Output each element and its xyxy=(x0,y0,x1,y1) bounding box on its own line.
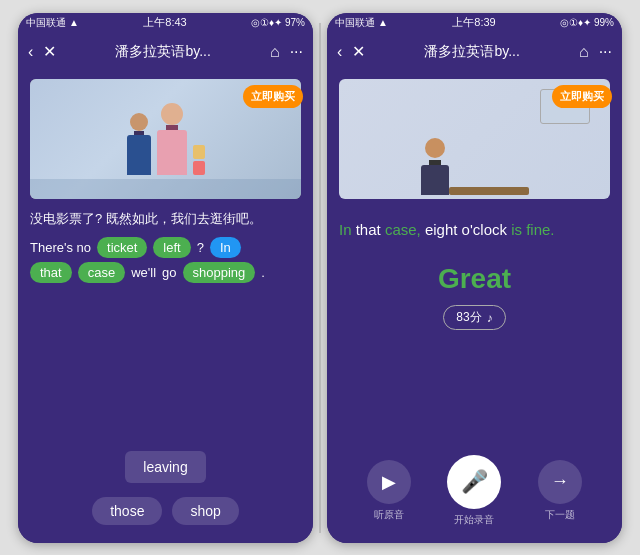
word-row-2: that case we'll go shopping . xyxy=(30,262,301,283)
mic-icon: 🎤 xyxy=(461,469,488,495)
wifi-icon-1: ▲ xyxy=(69,17,79,28)
nav-title-2: 潘多拉英语by... xyxy=(424,43,519,61)
static-period: . xyxy=(261,265,265,280)
pill-case[interactable]: case xyxy=(78,262,125,283)
play-icon: ▶ xyxy=(382,471,396,493)
chinese-text-1: 没电影票了? 既然如此，我们去逛街吧。 xyxy=(30,209,301,230)
nav-bar-1: ‹ ✕ 潘多拉英语by... ⌂ ··· xyxy=(18,33,313,71)
status-bar-1: 中国联通 ▲ 上午8:43 ◎①♦✦ 97% xyxy=(18,13,313,33)
carrier-2: 中国联通 xyxy=(335,16,375,30)
sentence-part5: is fine. xyxy=(507,221,555,238)
office-figures xyxy=(421,138,449,195)
content-2: 立即购买 In that case, eight o'clock is fine… xyxy=(327,71,622,543)
play-label: 听原音 xyxy=(374,508,404,522)
status-left-1: 中国联通 ▲ xyxy=(26,16,79,30)
mic-button[interactable]: 🎤 xyxy=(447,455,501,509)
more-button-1[interactable]: ··· xyxy=(290,43,303,61)
status-bar-2: 中国联通 ▲ 上午8:39 ◎①♦✦ 99% xyxy=(327,13,622,33)
pill-ticket[interactable]: ticket xyxy=(97,237,147,258)
score-icon: ♪ xyxy=(487,311,493,325)
wifi-icon-2: ▲ xyxy=(378,17,388,28)
time-1: 上午8:43 xyxy=(143,15,186,30)
person1 xyxy=(127,113,151,175)
content-1: 立即购买 没电影票了? 既然如此，我们去逛街吧。 There's no tick… xyxy=(18,71,313,543)
home-button-1[interactable]: ⌂ xyxy=(270,43,280,61)
shopping-bags xyxy=(193,145,205,175)
drag-word-leaving[interactable]: leaving xyxy=(125,451,205,483)
nav-title-1: 潘多拉英语by... xyxy=(115,43,210,61)
audio-controls: ▶ 听原音 🎤 开始录音 → 下一题 xyxy=(339,449,610,535)
bottom-pill-shop[interactable]: shop xyxy=(172,497,238,525)
sentence-part2: that xyxy=(356,221,381,238)
scene1-figures xyxy=(127,103,205,175)
battery-icons-1: ◎①♦✦ 97% xyxy=(251,17,305,28)
home-button-2[interactable]: ⌂ xyxy=(579,43,589,61)
sentence-part4: eight o'clock xyxy=(425,221,507,238)
mic-label: 开始录音 xyxy=(454,513,494,527)
mic-col: 🎤 开始录音 xyxy=(447,455,501,527)
bottom-words: those shop xyxy=(30,497,301,525)
pill-left[interactable]: left xyxy=(153,237,190,258)
time-2: 上午8:39 xyxy=(452,15,495,30)
static-question: ? xyxy=(197,240,204,255)
score-badge: 83分 ♪ xyxy=(443,305,505,330)
phones-container: 中国联通 ▲ 上午8:43 ◎①♦✦ 97% ‹ ✕ 潘多拉英语by... ⌂ … xyxy=(18,13,622,543)
close-button-1[interactable]: ✕ xyxy=(43,42,56,61)
back-button-2[interactable]: ‹ xyxy=(337,43,342,61)
play-button[interactable]: ▶ xyxy=(367,460,411,504)
sentence-part3: case, xyxy=(381,221,425,238)
word-options-area: leaving those shop xyxy=(30,287,301,534)
buy-button-1[interactable]: 立即购买 xyxy=(243,85,303,108)
word-row-1: There's no ticket left ? In xyxy=(30,237,301,258)
static-well: we'll xyxy=(131,265,156,280)
pill-shopping[interactable]: shopping xyxy=(183,262,256,283)
status-left-2: 中国联通 ▲ xyxy=(335,16,388,30)
image-container-2: 立即购买 xyxy=(339,79,610,199)
static-theresno: There's no xyxy=(30,240,91,255)
sentence-display: In that case, eight o'clock is fine. xyxy=(339,219,610,242)
battery-icons-2: ◎①♦✦ 99% xyxy=(560,17,614,28)
next-icon: → xyxy=(551,471,569,492)
more-button-2[interactable]: ··· xyxy=(599,43,612,61)
person2 xyxy=(157,103,187,175)
next-col: → 下一题 xyxy=(538,460,582,522)
carrier-1: 中国联通 xyxy=(26,16,66,30)
sentence-part1: In xyxy=(339,221,356,238)
next-label: 下一题 xyxy=(545,508,575,522)
phone-2: 中国联通 ▲ 上午8:39 ◎①♦✦ 99% ‹ ✕ 潘多拉英语by... ⌂ … xyxy=(327,13,622,543)
phone-1: 中国联通 ▲ 上午8:43 ◎①♦✦ 97% ‹ ✕ 潘多拉英语by... ⌂ … xyxy=(18,13,313,543)
status-right-2: ◎①♦✦ 99% xyxy=(560,17,614,28)
phone-separator xyxy=(319,23,321,533)
static-go: go xyxy=(162,265,176,280)
back-button-1[interactable]: ‹ xyxy=(28,43,33,61)
pill-that[interactable]: that xyxy=(30,262,72,283)
nav-bar-2: ‹ ✕ 潘多拉英语by... ⌂ ··· xyxy=(327,33,622,71)
image-container-1: 立即购买 xyxy=(30,79,301,199)
score-value: 83分 xyxy=(456,309,481,326)
status-right-1: ◎①♦✦ 97% xyxy=(251,17,305,28)
bottom-pill-those[interactable]: those xyxy=(92,497,162,525)
play-col: ▶ 听原音 xyxy=(367,460,411,522)
great-text: Great xyxy=(438,263,511,295)
pill-in[interactable]: In xyxy=(210,237,241,258)
buy-button-2[interactable]: 立即购买 xyxy=(552,85,612,108)
next-button[interactable]: → xyxy=(538,460,582,504)
close-button-2[interactable]: ✕ xyxy=(352,42,365,61)
